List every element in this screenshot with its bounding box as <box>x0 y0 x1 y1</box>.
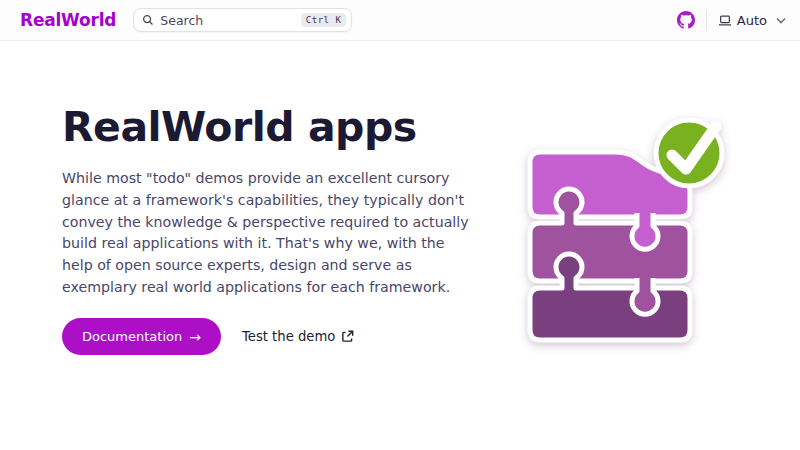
documentation-button[interactable]: Documentation → <box>62 318 221 355</box>
search-input[interactable]: Search Ctrl K <box>133 8 352 32</box>
realworld-logo[interactable]: RealWorld <box>20 10 116 30</box>
puzzle-knob-patch <box>634 269 656 278</box>
cta-row: Documentation → Test the demo <box>62 318 354 355</box>
external-link-icon <box>341 330 354 343</box>
github-link[interactable] <box>677 11 695 29</box>
top-navbar: RealWorld Search Ctrl K Auto <box>0 0 800 41</box>
hero-description: While most "todo" demos provide an excel… <box>62 168 474 299</box>
puzzle-knob-patch <box>634 204 656 213</box>
search-placeholder: Search <box>160 13 300 28</box>
laptop-icon <box>718 14 732 27</box>
arrow-right-icon: → <box>189 330 201 344</box>
test-demo-label: Test the demo <box>242 329 335 344</box>
puzzle-knob-middle <box>632 274 658 314</box>
github-icon <box>677 11 695 29</box>
search-icon <box>142 14 154 26</box>
test-demo-link[interactable]: Test the demo <box>242 329 354 344</box>
navbar-right-group: Auto <box>677 10 786 30</box>
theme-label: Auto <box>737 13 767 28</box>
chevron-down-icon <box>776 17 786 24</box>
navbar-divider <box>706 10 707 30</box>
puzzle-pieces <box>518 116 728 348</box>
documentation-button-label: Documentation <box>82 329 182 344</box>
puzzle-logo-illustration <box>518 116 728 352</box>
search-shortcut-badge: Ctrl K <box>301 13 347 27</box>
theme-selector[interactable]: Auto <box>718 13 786 28</box>
puzzle-knob-top <box>632 209 658 249</box>
page-title: RealWorld apps <box>62 103 417 151</box>
